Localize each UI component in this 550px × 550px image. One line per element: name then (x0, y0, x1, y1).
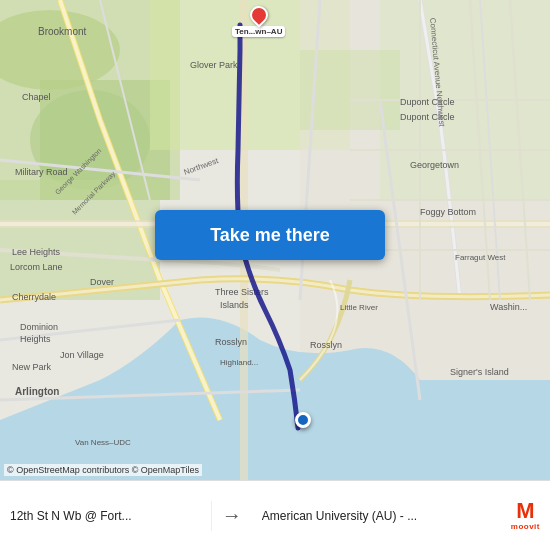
svg-text:Dupont Circle: Dupont Circle (400, 112, 455, 122)
svg-text:Rosslyn: Rosslyn (215, 337, 247, 347)
moovit-logo: M moovit (501, 500, 550, 531)
svg-text:Brookmont: Brookmont (38, 26, 87, 37)
bottom-bar: 12th St N Wb @ Fort... → American Univer… (0, 480, 550, 550)
svg-text:Signer's Island: Signer's Island (450, 367, 509, 377)
svg-text:Dominion: Dominion (20, 322, 58, 332)
destination-section: American University (AU) - ... (252, 501, 501, 531)
destination-pin: Ten...wn–AU (232, 6, 285, 37)
map-attribution: © OpenStreetMap contributors © OpenMapTi… (4, 464, 202, 476)
svg-text:Islands: Islands (220, 300, 249, 310)
svg-text:Dupont Circle: Dupont Circle (400, 97, 455, 107)
route-arrow: → (212, 504, 252, 527)
moovit-word: moovit (511, 522, 540, 531)
svg-text:Farragut West: Farragut West (455, 253, 506, 262)
svg-text:Three Sisters: Three Sisters (215, 287, 269, 297)
svg-text:Chapel: Chapel (22, 92, 51, 102)
svg-text:Lee Heights: Lee Heights (12, 247, 61, 257)
svg-text:Highland...: Highland... (220, 358, 258, 367)
svg-text:Cherrydale: Cherrydale (12, 292, 56, 302)
svg-text:Lorcom Lane: Lorcom Lane (10, 262, 63, 272)
svg-text:New Park: New Park (12, 362, 52, 372)
take-me-there-button[interactable]: Take me there (155, 210, 385, 260)
svg-text:Glover Park: Glover Park (190, 60, 238, 70)
svg-text:Little River: Little River (340, 303, 378, 312)
svg-text:Arlington: Arlington (15, 386, 59, 397)
svg-text:Rosslyn: Rosslyn (310, 340, 342, 350)
svg-text:Georgetown: Georgetown (410, 160, 459, 170)
destination-text: American University (AU) - ... (262, 509, 491, 523)
origin-section: 12th St N Wb @ Fort... (0, 501, 212, 531)
svg-text:Jon Village: Jon Village (60, 350, 104, 360)
origin-text: 12th St N Wb @ Fort... (10, 509, 201, 523)
svg-text:Dover: Dover (90, 277, 114, 287)
svg-rect-9 (0, 180, 160, 300)
svg-text:Military Road: Military Road (15, 167, 68, 177)
moovit-m-icon: M (516, 500, 534, 522)
svg-text:Washin...: Washin... (490, 302, 527, 312)
svg-text:Van Ness–UDC: Van Ness–UDC (75, 438, 131, 447)
map-container: Brookmont Chapel Military Road Lee Heigh… (0, 0, 550, 480)
origin-dot (295, 412, 311, 428)
svg-text:Heights: Heights (20, 334, 51, 344)
svg-text:Foggy Bottom: Foggy Bottom (420, 207, 476, 217)
pin-icon (246, 2, 271, 27)
